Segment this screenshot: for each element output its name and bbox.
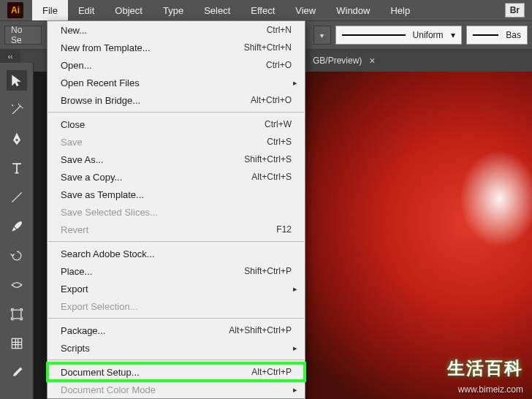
menu-item-open[interactable]: Open...Ctrl+O [48, 56, 305, 74]
menu-item-label: Save Selected Slices... [61, 207, 292, 218]
eyedropper-tool[interactable] [7, 362, 27, 383]
menu-item-save-as[interactable]: Save As...Shift+Ctrl+S [48, 151, 305, 168]
stroke-profile-label: Uniform [413, 30, 444, 40]
chevron-down-icon: ▾ [451, 30, 455, 40]
menu-type[interactable]: Type [153, 0, 194, 20]
document-tab-title: GB/Preview) [313, 56, 362, 66]
menu-item-label: Package... [61, 325, 229, 336]
menu-item-new[interactable]: New...Ctrl+N [48, 21, 305, 39]
menu-item-export-selection: Export Selection... [48, 297, 305, 315]
more-dropdown[interactable]: ▾ [314, 26, 331, 45]
menu-file[interactable]: File [32, 0, 68, 20]
menu-item-scripts[interactable]: Scripts▸ [48, 339, 305, 357]
menu-item-label: Document Setup... [61, 367, 251, 378]
menu-item-package[interactable]: Package...Alt+Shift+Ctrl+P [48, 322, 305, 339]
magic-wand-tool[interactable] [7, 99, 27, 120]
menu-effect[interactable]: Effect [240, 0, 285, 20]
stroke-line-preview [342, 34, 406, 36]
menu-item-shortcut: Alt+Shift+Ctrl+P [229, 325, 292, 335]
menu-item-close[interactable]: CloseCtrl+W [48, 115, 305, 133]
menu-item-open-recent-files[interactable]: Open Recent Files▸ [48, 74, 305, 91]
submenu-arrow-icon: ▸ [293, 78, 297, 88]
menu-separator [48, 360, 304, 360]
menu-item-save-a-copy[interactable]: Save a Copy...Alt+Ctrl+S [48, 168, 305, 186]
menu-item-label: Document Color Mode [61, 384, 292, 395]
brush-dropdown[interactable]: Bas [466, 26, 528, 45]
document-tab[interactable]: GB/Preview) × [307, 50, 381, 72]
selection-label: No Se [11, 25, 35, 45]
width-tool[interactable] [7, 275, 27, 295]
menu-item-label: Save as Template... [61, 189, 292, 200]
menu-view[interactable]: View [285, 0, 326, 20]
menu-item-shortcut: Shift+Ctrl+P [244, 266, 292, 276]
menu-item-browse-in-bridge[interactable]: Browse in Bridge...Alt+Ctrl+O [48, 91, 305, 109]
menu-item-label: Close [61, 119, 265, 130]
menu-item-label: Save [61, 137, 267, 148]
menu-item-search-adobe-stock[interactable]: Search Adobe Stock... [48, 245, 305, 262]
line-tool[interactable] [7, 187, 27, 208]
menu-item-place[interactable]: Place...Shift+Ctrl+P [48, 262, 305, 280]
menu-item-save-as-template[interactable]: Save as Template... [48, 186, 305, 203]
selection-dropdown[interactable]: No Se [4, 26, 42, 45]
menu-separator [48, 241, 304, 242]
document-image[interactable] [304, 72, 532, 399]
menu-item-label: Save a Copy... [61, 172, 251, 183]
menu-item-document-color-mode: Document Color Mode▸ [48, 381, 305, 398]
menu-item-shortcut: F12 [276, 224, 292, 235]
menu-item-document-setup[interactable]: Document Setup...Alt+Ctrl+P [48, 363, 305, 381]
free-transform-tool[interactable] [7, 304, 27, 324]
menu-item-shortcut: Ctrl+O [266, 60, 292, 70]
menu-separator [48, 112, 304, 113]
menu-item-new-from-template[interactable]: New from Template...Shift+Ctrl+N [48, 39, 305, 56]
menu-item-shortcut: Shift+Ctrl+N [244, 42, 292, 53]
menu-item-label: Export [61, 284, 292, 294]
menu-item-save: SaveCtrl+S [48, 133, 305, 151]
menu-item-label: New from Template... [61, 42, 244, 53]
menu-item-label: Export Selection... [61, 301, 292, 312]
menu-item-save-selected-slices: Save Selected Slices... [48, 203, 305, 221]
mesh-tool[interactable] [7, 333, 27, 354]
app-logo-ai: Ai [7, 2, 23, 18]
menu-item-label: Open... [61, 60, 266, 71]
brush-line-preview [473, 34, 499, 36]
menu-item-shortcut: Ctrl+S [267, 137, 292, 147]
submenu-arrow-icon: ▸ [293, 385, 297, 395]
pen-tool[interactable] [7, 129, 27, 149]
watermark-cn: 生活百科 [447, 357, 523, 380]
menu-item-label: Search Adobe Stock... [61, 248, 292, 259]
selection-tool[interactable] [7, 70, 27, 91]
menu-item-label: New... [61, 25, 267, 36]
svg-rect-0 [12, 310, 21, 319]
menu-item-label: Browse in Bridge... [61, 95, 251, 106]
menu-item-revert: RevertF12 [48, 221, 305, 238]
watermark-url: www.bimeiz.com [458, 384, 523, 395]
menu-item-shortcut: Ctrl+N [267, 25, 292, 35]
bridge-badge[interactable]: Br [505, 3, 525, 18]
menu-separator [48, 318, 304, 319]
submenu-arrow-icon: ▸ [293, 284, 297, 294]
menu-item-label: Open Recent Files [61, 77, 292, 88]
panel-collapse-toggle[interactable]: ‹‹ [0, 50, 20, 63]
menu-window[interactable]: Window [326, 0, 380, 20]
menu-select[interactable]: Select [194, 0, 240, 20]
menu-item-export[interactable]: Export▸ [48, 280, 305, 297]
menu-object[interactable]: Object [104, 0, 153, 20]
paintbrush-tool[interactable] [7, 216, 27, 237]
type-tool[interactable] [7, 158, 27, 178]
tool-panel [0, 63, 34, 399]
stroke-profile-dropdown[interactable]: Uniform ▾ [335, 26, 462, 45]
menu-item-label: Place... [61, 266, 244, 277]
close-icon[interactable]: × [369, 55, 375, 66]
menu-item-label: Revert [61, 224, 276, 235]
menu-item-label: Save As... [61, 154, 244, 165]
rotate-tool[interactable] [7, 246, 27, 266]
menu-item-label: Scripts [61, 343, 292, 354]
file-dropdown-menu: New...Ctrl+NNew from Template...Shift+Ct… [47, 20, 305, 399]
submenu-arrow-icon: ▸ [293, 343, 297, 353]
menu-item-shortcut: Alt+Ctrl+P [251, 367, 292, 377]
brush-label: Bas [506, 30, 521, 40]
chevron-down-icon: ▾ [320, 31, 324, 39]
menu-item-shortcut: Alt+Ctrl+O [251, 95, 292, 105]
menu-help[interactable]: Help [380, 0, 420, 20]
menu-edit[interactable]: Edit [68, 0, 104, 20]
